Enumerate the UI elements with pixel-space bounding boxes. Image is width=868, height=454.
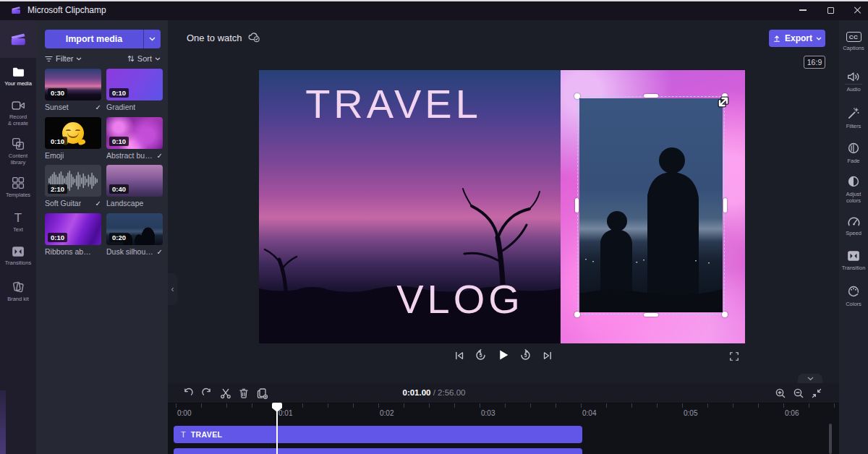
- media-item-sunset[interactable]: 0:30 Sunset✓: [45, 69, 101, 111]
- ruler-label: 0:05: [684, 409, 697, 417]
- sidebar-item-label: Your media: [4, 80, 32, 87]
- time-separator: /: [431, 388, 438, 397]
- sidebar-item-text[interactable]: T Text: [0, 213, 36, 233]
- close-icon: [854, 7, 861, 14]
- duration-badge: 0:10: [48, 137, 67, 146]
- palette-icon: [847, 285, 860, 298]
- video-preview-canvas[interactable]: TRAVEL VLOG: [259, 70, 745, 343]
- tool-label: Adjust colors: [846, 191, 861, 205]
- tool-adjust-colors[interactable]: Adjust colors: [839, 175, 868, 205]
- track-clip-label: TRAVEL: [191, 430, 223, 439]
- sidebar-item-content-library[interactable]: Content library: [0, 137, 36, 166]
- media-item-gradient[interactable]: 0:10 Gradient: [106, 69, 163, 111]
- duration-badge: 0:30: [48, 88, 67, 98]
- video-thumbnail: 0:10: [106, 117, 163, 149]
- clipchamp-home-button[interactable]: [0, 20, 36, 58]
- tool-label: Audio: [846, 86, 860, 93]
- resize-handle-right[interactable]: [723, 198, 727, 213]
- resize-handle-bottom[interactable]: [644, 313, 658, 317]
- video-thumbnail: 0:30: [45, 69, 101, 100]
- chevron-down-icon: [149, 37, 156, 41]
- project-title[interactable]: One to watch: [187, 33, 242, 43]
- aspect-ratio-badge[interactable]: 16:9: [804, 56, 825, 69]
- timeline-scrollbar[interactable]: [829, 424, 832, 454]
- cloud-check-icon: [247, 31, 261, 43]
- resize-handle-bottom-right[interactable]: [722, 312, 728, 317]
- preview-title-bottom[interactable]: VLOG: [373, 275, 547, 322]
- rewind-5s-button[interactable]: 5: [475, 349, 487, 361]
- playback-time-display: 0:01.00 / 2:56.00: [0, 388, 868, 397]
- clipchamp-logo-icon: [10, 4, 22, 16]
- brand-kit-icon: [12, 280, 25, 294]
- sort-dropdown[interactable]: Sort: [127, 54, 161, 63]
- resize-handle-top[interactable]: [644, 94, 658, 98]
- sidebar-item-your-media[interactable]: Your media: [0, 67, 36, 87]
- timeline-area[interactable]: 0:00 0:01 0:02 0:03 0:04 0:05 0:06 T TRA…: [168, 403, 839, 454]
- ruler-label: 0:04: [582, 409, 596, 417]
- right-tools-rail: CC Captions Audio Filters F: [839, 20, 868, 454]
- media-item-soft-guitar[interactable]: 2:10 Soft Guitar✓: [45, 165, 101, 207]
- media-item-abstract-bubbles[interactable]: 0:10 Abstract bubbl...✓: [106, 117, 163, 160]
- media-item-emoji[interactable]: 0:10 Emoji: [45, 117, 101, 160]
- filter-icon: [45, 56, 53, 62]
- skip-to-start-button[interactable]: [454, 350, 465, 361]
- zoom-to-fit-button[interactable]: [811, 387, 822, 399]
- fade-circle-icon: [847, 142, 860, 155]
- video-thumbnail: 0:10: [106, 69, 163, 100]
- skip-to-end-button[interactable]: [542, 350, 553, 361]
- tool-filters[interactable]: Filters: [839, 107, 868, 129]
- play-button[interactable]: [497, 348, 510, 361]
- media-item-name: Emoji: [45, 151, 64, 160]
- tool-speed[interactable]: Speed: [839, 215, 868, 236]
- templates-grid-icon: [12, 176, 25, 189]
- import-media-button[interactable]: Import media: [45, 30, 161, 48]
- transition-icon: [847, 250, 860, 262]
- clipchamp-logo-icon: [9, 30, 27, 48]
- collapse-timeline-button[interactable]: [798, 374, 822, 383]
- tool-transition[interactable]: Transition: [839, 250, 868, 271]
- media-item-ribbons-abstract[interactable]: 0:10 Ribbons abstract: [45, 213, 101, 256]
- sidebar-item-brand-kit[interactable]: Brand kit: [0, 280, 36, 302]
- upload-icon: [773, 34, 781, 43]
- tool-audio[interactable]: Audio: [839, 71, 868, 93]
- selected-overlay-clip[interactable]: [577, 96, 725, 314]
- collapse-media-panel-button[interactable]: ‹: [168, 273, 177, 305]
- timeline-track-vlog[interactable]: T VLOG: [174, 448, 582, 454]
- tool-fade[interactable]: Fade: [839, 142, 868, 164]
- zoom-out-button[interactable]: [793, 387, 804, 399]
- minimize-button[interactable]: [791, 0, 815, 20]
- ruler-label: 0:06: [785, 409, 799, 417]
- video-thumbnail: 0:10: [45, 117, 101, 149]
- close-button[interactable]: [846, 0, 868, 20]
- tool-label: Speed: [846, 230, 861, 236]
- check-icon: ✓: [157, 152, 163, 160]
- ruler-label: 0:03: [481, 409, 495, 417]
- sidebar-item-templates[interactable]: Templates: [0, 176, 36, 198]
- maximize-button[interactable]: [818, 0, 843, 20]
- resize-cursor-icon: [713, 92, 733, 112]
- zoom-in-button[interactable]: [775, 387, 786, 399]
- filter-dropdown[interactable]: Filter: [45, 54, 82, 63]
- resize-handle-bottom-left[interactable]: [574, 312, 580, 317]
- sort-label: Sort: [137, 54, 152, 63]
- tool-colors[interactable]: Colors: [839, 285, 868, 307]
- export-button[interactable]: Export: [769, 30, 825, 47]
- preview-title-top[interactable]: TRAVEL: [276, 80, 511, 127]
- media-item-landscape[interactable]: 0:40 Landscape: [106, 165, 163, 207]
- filter-label: Filter: [56, 54, 73, 63]
- resize-handle-left[interactable]: [575, 198, 579, 213]
- import-media-dropdown[interactable]: [143, 30, 161, 48]
- fullscreen-button[interactable]: [729, 351, 739, 361]
- forward-5s-button[interactable]: 5: [519, 349, 532, 361]
- timeline-track-travel[interactable]: T TRAVEL: [174, 426, 582, 443]
- tool-label: Filters: [846, 123, 861, 129]
- tool-captions[interactable]: CC Captions: [839, 32, 868, 51]
- media-item-dusk-silhouette[interactable]: 0:20 Dusk silhouett...✓: [106, 213, 163, 256]
- sidebar-item-record-create[interactable]: Record & create: [0, 100, 36, 127]
- sidebar-item-transitions[interactable]: Transitions: [0, 246, 36, 266]
- resize-handle-top-left[interactable]: [574, 93, 580, 99]
- speaker-icon: [847, 71, 861, 83]
- tool-label: Transition: [842, 265, 866, 271]
- minimize-icon: [799, 9, 807, 10]
- tool-label: Fade: [847, 158, 859, 164]
